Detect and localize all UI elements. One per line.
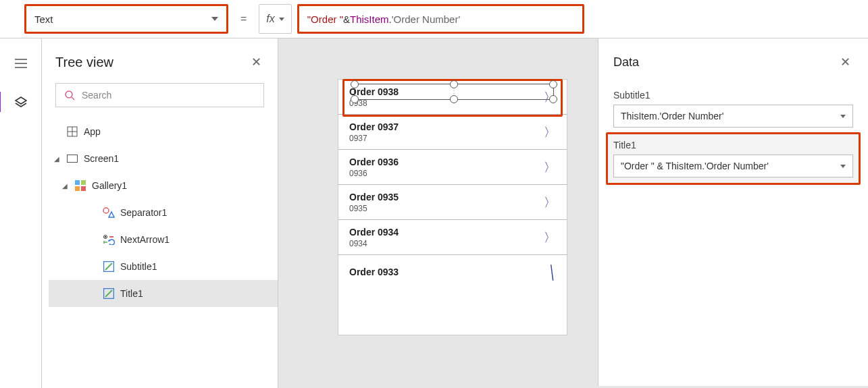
svg-line-5 [72, 97, 74, 100]
svg-rect-12 [75, 186, 80, 191]
chevron-right-icon[interactable]: 〉 [544, 159, 556, 175]
chevron-right-icon[interactable]: 〉 [544, 194, 556, 211]
formula-bar: Text = fx "Order " & ThisItem . 'Order N… [0, 0, 868, 38]
tree-item-screen1[interactable]: ◢ Screen1 [49, 145, 278, 172]
left-rail [0, 38, 42, 388]
tree-item-app[interactable]: App [49, 118, 278, 145]
field-dropdown[interactable]: ThisItem.'Order Number' [613, 105, 853, 128]
svg-rect-11 [81, 180, 86, 185]
separator-icon [103, 206, 115, 219]
expander-icon[interactable]: ◢ [54, 155, 61, 163]
tree-view-title: Tree view [55, 55, 113, 70]
close-icon[interactable]: ✕ [249, 52, 264, 72]
svg-line-20 [105, 263, 112, 270]
fx-icon: fx [266, 13, 274, 25]
row-subtitle: 0934 [349, 239, 399, 248]
close-icon[interactable]: ✕ [838, 52, 853, 72]
chevron-down-icon [840, 115, 846, 118]
fx-button[interactable]: fx [259, 4, 291, 34]
chevron-right-icon[interactable]: ╲ [546, 265, 559, 281]
label-icon [103, 287, 115, 300]
svg-line-22 [105, 290, 112, 297]
hamburger-icon[interactable] [15, 57, 27, 72]
chevron-down-icon [279, 18, 284, 21]
field-label: Title1 [613, 140, 853, 150]
layers-icon[interactable] [14, 96, 28, 113]
label-icon [103, 260, 115, 273]
tree-item-label: App [84, 126, 101, 137]
chevron-right-icon[interactable]: 〉 [544, 89, 556, 105]
svg-point-4 [66, 91, 72, 98]
svg-rect-9 [68, 155, 78, 163]
tree-item-title1[interactable]: Title1 [49, 280, 278, 307]
row-title: Order 0938 [349, 86, 399, 97]
chevron-right-icon[interactable]: 〉 [544, 229, 556, 246]
formula-token-variable: ThisItem [350, 13, 389, 25]
tree-item-nextarrow1[interactable]: NextArrow1 [49, 226, 278, 253]
tree-item-label: Separator1 [120, 207, 167, 218]
property-dropdown[interactable]: Text [24, 4, 228, 34]
gallery-icon [74, 179, 86, 192]
gallery-row[interactable]: Order 0937 0937 〉 [338, 115, 567, 150]
formula-input[interactable]: "Order " & ThisItem . 'Order Number' [297, 4, 584, 34]
search-icon [64, 90, 75, 101]
app-icon [66, 126, 78, 138]
screen-icon [66, 153, 78, 165]
field-label: Subtitle1 [613, 90, 853, 101]
row-title: Order 0933 [349, 267, 399, 277]
gallery-row[interactable]: Order 0938 0938 〉 [338, 80, 567, 115]
svg-marker-15 [109, 212, 114, 217]
tree-view-header: Tree view ✕ [42, 38, 278, 83]
row-title: Order 0936 [349, 157, 399, 167]
tree-item-separator1[interactable]: Separator1 [49, 199, 278, 226]
tree-list: App ◢ Screen1 ◢ Gallery1 Separa [42, 118, 278, 307]
property-dropdown-value: Text [34, 13, 53, 25]
row-subtitle: 0937 [349, 134, 399, 143]
row-title: Order 0934 [349, 227, 399, 238]
gallery-row[interactable]: Order 0933 ╲ [338, 255, 567, 290]
gallery-row[interactable]: Order 0934 0934 〉 [338, 220, 567, 255]
svg-rect-13 [81, 186, 86, 191]
field-value: "Order " & ThisItem.'Order Number' [621, 161, 769, 171]
equals-sign: = [234, 13, 253, 25]
tree-item-label: Title1 [120, 288, 143, 299]
tree-item-label: Gallery1 [92, 180, 127, 191]
data-field-subtitle1: Subtitle1 ThisItem.'Order Number' [613, 90, 853, 128]
search-input[interactable]: Search [55, 83, 264, 107]
tree-item-subtitle1[interactable]: Subtitle1 [49, 253, 278, 280]
data-field-title1: Title1 "Order " & ThisItem.'Order Number… [606, 132, 861, 185]
row-subtitle: 0935 [349, 204, 399, 213]
phone-frame: Order 0938 0938 〉 Order 0937 0937 〉 Orde… [338, 79, 567, 335]
tree-item-label: Subtitle1 [120, 261, 157, 272]
chevron-down-icon [211, 17, 218, 21]
tree-item-label: NextArrow1 [120, 234, 170, 245]
field-value: ThisItem.'Order Number' [621, 111, 723, 121]
formula-token-string: "Order " [307, 13, 343, 25]
data-panel-title: Data [613, 55, 639, 70]
chevron-down-icon [840, 165, 846, 168]
svg-rect-10 [75, 180, 80, 185]
formula-token-property: 'Order Number' [392, 13, 461, 25]
expander-icon[interactable]: ◢ [62, 182, 69, 190]
search-placeholder: Search [82, 90, 111, 101]
gallery-row[interactable]: Order 0935 0935 〉 [338, 185, 567, 220]
tree-item-label: Screen1 [84, 153, 119, 164]
gallery-row[interactable]: Order 0936 0936 〉 [338, 150, 567, 185]
field-dropdown[interactable]: "Order " & ThisItem.'Order Number' [613, 155, 853, 177]
tree-view-panel: Tree view ✕ Search App ◢ Screen1 [42, 38, 278, 388]
nextarrow-icon [103, 233, 115, 246]
data-panel-header: Data ✕ [613, 52, 853, 72]
tree-item-gallery1[interactable]: ◢ Gallery1 [49, 172, 278, 199]
row-title: Order 0935 [349, 192, 399, 202]
formula-token-operator: & [343, 13, 350, 25]
row-subtitle: 0936 [349, 169, 399, 178]
row-subtitle: 0938 [349, 99, 399, 108]
data-panel: Data ✕ Subtitle1 ThisItem.'Order Number'… [598, 38, 868, 386]
svg-point-14 [103, 208, 109, 213]
chevron-right-icon[interactable]: 〉 [544, 124, 556, 140]
row-title: Order 0937 [349, 121, 399, 132]
svg-marker-3 [16, 97, 26, 104]
